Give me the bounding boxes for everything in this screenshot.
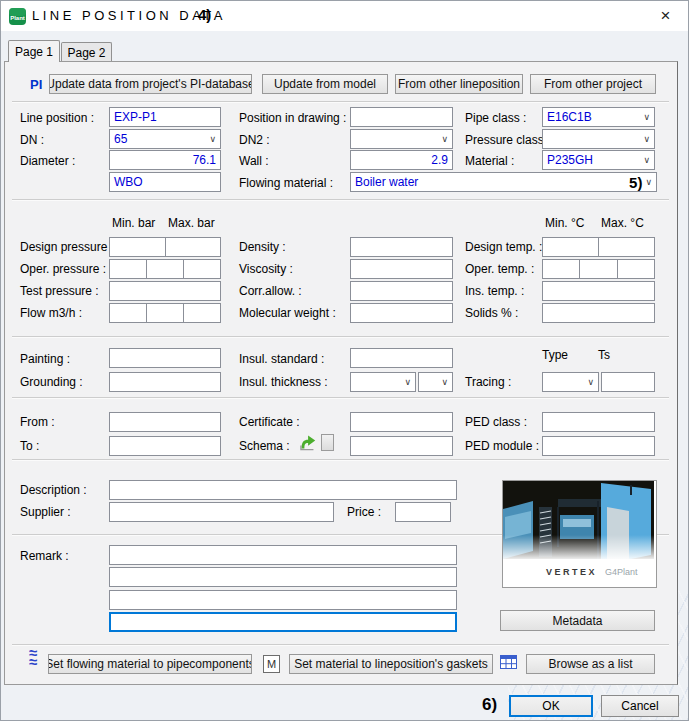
- tracing-ts-header: Ts: [598, 348, 610, 362]
- ped-class-input[interactable]: [542, 412, 655, 432]
- insul-standard-input[interactable]: [350, 348, 453, 368]
- design-temp-max-input[interactable]: [599, 238, 654, 256]
- ins-temp-label: Ins. temp. :: [465, 284, 524, 298]
- diameter-input[interactable]: 76.1: [109, 150, 221, 170]
- line-position-input[interactable]: EXP-P1: [109, 107, 221, 127]
- schema-input[interactable]: [350, 436, 453, 456]
- material-m-icon: M: [263, 655, 280, 673]
- ped-module-input[interactable]: [542, 436, 655, 456]
- dn-label: DN :: [20, 133, 44, 147]
- supplier-label: Supplier :: [20, 505, 71, 519]
- from-other-project-button[interactable]: From other project: [530, 74, 656, 94]
- step-annotation-4: 4): [198, 6, 211, 23]
- metadata-button[interactable]: Metadata: [500, 610, 655, 631]
- to-input[interactable]: [109, 436, 221, 456]
- design-pressure-range: [109, 237, 221, 257]
- flowing-material-select[interactable]: Boiler water 5) ∨: [350, 172, 657, 192]
- schema-label: Schema :: [239, 439, 290, 453]
- oper-temp-mid-input[interactable]: [580, 260, 617, 278]
- set-material-gaskets-button[interactable]: Set material to lineposition's gaskets: [289, 654, 493, 674]
- oper-pressure-min-input[interactable]: [110, 260, 147, 278]
- ins-temp-input[interactable]: [542, 281, 655, 301]
- oper-pressure-max-input[interactable]: [184, 260, 220, 278]
- price-label: Price :: [347, 505, 381, 519]
- dn2-select[interactable]: ∨: [350, 129, 453, 149]
- insul-thickness-unit-select[interactable]: ∨: [418, 372, 453, 392]
- from-input[interactable]: [109, 412, 221, 432]
- remark-input-1[interactable]: [109, 545, 457, 565]
- flow-min-input[interactable]: [110, 304, 147, 322]
- viscosity-label: Viscosity :: [239, 262, 293, 276]
- update-from-model-label: Update from model: [274, 77, 376, 91]
- update-from-model-button[interactable]: Update from model: [262, 74, 388, 94]
- tracing-type-select[interactable]: ∨: [542, 372, 599, 392]
- svg-text:G4Plant: G4Plant: [605, 567, 638, 577]
- update-from-pi-database-button[interactable]: Update data from project's PI-database: [49, 74, 252, 94]
- chevron-down-icon: ∨: [643, 156, 650, 165]
- oper-pressure-mid-input[interactable]: [147, 260, 184, 278]
- flow-max-input[interactable]: [184, 304, 220, 322]
- set-flowing-material-label: Set flowing material to pipecomponents: [48, 657, 252, 671]
- solids-label: Solids % :: [465, 306, 518, 320]
- tracing-ts-input[interactable]: [601, 372, 655, 392]
- set-material-gaskets-label: Set material to lineposition's gaskets: [294, 657, 488, 671]
- price-input[interactable]: [395, 502, 451, 522]
- schema-open-icon[interactable]: [298, 433, 317, 452]
- cancel-button[interactable]: Cancel: [601, 695, 679, 717]
- chevron-down-icon: ∨: [404, 378, 411, 387]
- design-temp-label: Design temp. :: [465, 240, 542, 254]
- wall-input[interactable]: 2.9: [350, 150, 453, 170]
- design-pressure-label: Design pressure :: [20, 240, 114, 254]
- chevron-down-icon: ∨: [587, 378, 594, 387]
- remark-input-3[interactable]: [109, 590, 457, 610]
- ok-button[interactable]: OK: [509, 695, 593, 717]
- flow-mid-input[interactable]: [147, 304, 184, 322]
- position-in-drawing-input[interactable]: [350, 107, 453, 127]
- line-position-label: Line position :: [20, 111, 94, 125]
- density-label: Density :: [239, 240, 286, 254]
- svg-text:VERTEX: VERTEX: [546, 567, 597, 577]
- design-pressure-min-input[interactable]: [110, 238, 166, 256]
- line-position-dialog: Plant LINE POSITION DATA 4) × Page 1 Pag…: [0, 0, 689, 721]
- density-input[interactable]: [350, 237, 453, 257]
- description-input[interactable]: [109, 480, 457, 500]
- corr-allow-input[interactable]: [350, 281, 453, 301]
- from-label: From :: [20, 415, 55, 429]
- max-c-header: Max. °C: [601, 216, 644, 230]
- pressure-class-select[interactable]: ∨: [542, 129, 655, 149]
- design-pressure-max-input[interactable]: [166, 238, 221, 256]
- remark-input-4-focused[interactable]: [109, 612, 457, 632]
- close-button[interactable]: ×: [643, 1, 688, 31]
- oper-temp-max-input[interactable]: [618, 260, 654, 278]
- dn-select[interactable]: 65∨: [109, 129, 221, 149]
- solids-input[interactable]: [542, 303, 655, 323]
- grounding-input[interactable]: [109, 372, 221, 392]
- update-from-pi-database-label: Update data from project's PI-database: [49, 77, 252, 91]
- insul-thickness-select[interactable]: ∨: [350, 372, 416, 392]
- viscosity-input[interactable]: [350, 259, 453, 279]
- section-divider: [12, 336, 669, 338]
- chevron-down-icon: ∨: [643, 113, 650, 122]
- material-select[interactable]: P235GH∨: [542, 150, 655, 170]
- tab-page-2[interactable]: Page 2: [61, 42, 112, 62]
- schema-browse-button[interactable]: [321, 434, 334, 451]
- description-label: Description :: [20, 483, 87, 497]
- code-input[interactable]: WBO: [109, 172, 221, 192]
- pipe-class-select[interactable]: E16C1B∨: [542, 107, 655, 127]
- svg-text:Plant: Plant: [10, 15, 25, 21]
- window-title: LINE POSITION DATA: [32, 8, 226, 23]
- design-temp-min-input[interactable]: [543, 238, 599, 256]
- molecular-weight-input[interactable]: [350, 303, 453, 323]
- supplier-input[interactable]: [109, 502, 334, 522]
- remark-label: Remark :: [20, 549, 69, 563]
- remark-input-2[interactable]: [109, 567, 457, 587]
- test-pressure-input[interactable]: [109, 281, 221, 301]
- from-other-lineposition-button[interactable]: From other lineposition: [395, 74, 523, 94]
- ped-class-label: PED class :: [465, 415, 527, 429]
- certificate-input[interactable]: [350, 412, 453, 432]
- oper-temp-min-input[interactable]: [543, 260, 580, 278]
- set-flowing-material-button[interactable]: Set flowing material to pipecomponents: [48, 654, 252, 674]
- painting-input[interactable]: [109, 348, 221, 368]
- browse-as-list-button[interactable]: Browse as a list: [526, 654, 655, 674]
- tab-page-1[interactable]: Page 1: [8, 40, 60, 62]
